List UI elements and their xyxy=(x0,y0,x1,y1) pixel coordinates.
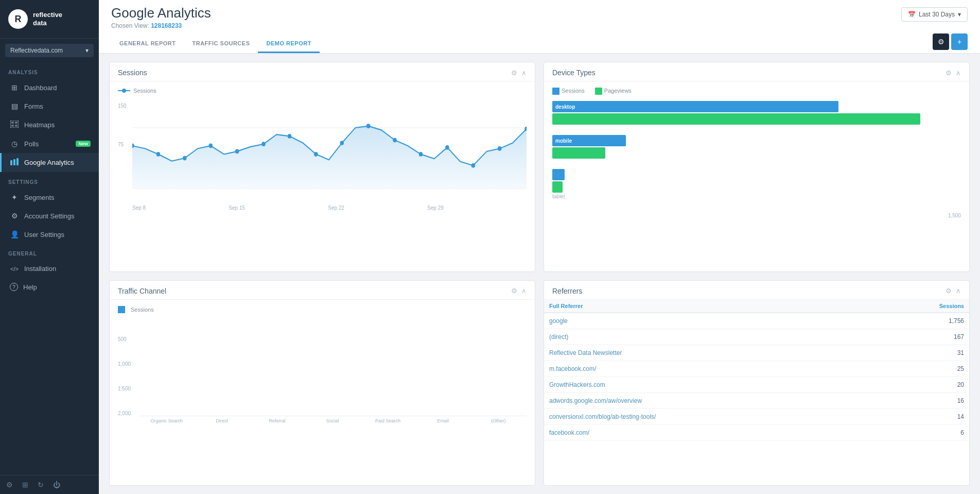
bars-area xyxy=(138,317,527,416)
device-gear-icon[interactable]: ⚙ xyxy=(946,69,952,77)
traffic-channel-widget: Traffic Channel ⚙ ∧ Sessions 2,000 1,500… xyxy=(109,280,535,486)
tablet-sessions-bar: tablet xyxy=(552,169,565,180)
analysis-section-label: Analysis xyxy=(0,62,99,78)
traffic-channel-controls: ⚙ ∧ xyxy=(511,287,527,295)
referrers-table: Full Referrer Sessions google1,756(direc… xyxy=(544,300,969,441)
device-types-body: Sessions Pageviews desktop xyxy=(544,81,969,227)
sessions-cell: 31 xyxy=(871,345,969,361)
sessions-chart: 150 75 xyxy=(118,98,527,201)
sidebar-item-installation[interactable]: </> Installation xyxy=(0,260,99,278)
table-row[interactable]: (direct)167 xyxy=(544,329,969,345)
table-row[interactable]: adwords.google.com/aw/overview16 xyxy=(544,393,969,408)
sidebar-item-google-analytics[interactable]: Google Analytics xyxy=(0,153,99,172)
sidebar-item-label: User Settings xyxy=(24,231,64,239)
sessions-cell: 6 xyxy=(871,424,969,440)
svg-rect-6 xyxy=(13,159,15,165)
table-row[interactable]: facebook.com/6 xyxy=(544,424,969,440)
google-analytics-icon xyxy=(10,158,19,167)
sidebar-item-forms[interactable]: ▤ Forms xyxy=(0,97,99,115)
tabs: General Report Traffic Sources Demo Repo… xyxy=(111,36,320,53)
svg-point-14 xyxy=(209,144,213,148)
tab-traffic-sources[interactable]: Traffic Sources xyxy=(184,36,258,53)
sessions-widget-controls: ⚙ ∧ xyxy=(511,69,527,77)
main-content: Google Analytics Chosen View: 128168233 … xyxy=(99,0,980,494)
sessions-collapse-icon[interactable]: ∧ xyxy=(521,69,527,77)
tab-general-report[interactable]: General Report xyxy=(111,36,184,53)
referrers-controls: ⚙ ∧ xyxy=(946,287,961,295)
sessions-line-svg xyxy=(132,98,527,188)
svg-rect-4 xyxy=(15,125,18,127)
segments-icon: ✦ xyxy=(10,193,19,201)
referrer-cell: facebook.com/ xyxy=(544,424,871,440)
page-title: Google Analytics xyxy=(111,5,211,21)
traffic-legend: Sessions xyxy=(118,306,527,313)
sidebar-item-label: Forms xyxy=(24,103,43,110)
polls-icon: ◷ xyxy=(10,140,19,148)
power-bottom-icon[interactable]: ⏻ xyxy=(53,481,60,489)
desktop-pageviews-bar xyxy=(552,113,920,125)
sidebar-item-segments[interactable]: ✦ Segments xyxy=(0,188,99,207)
sessions-cell: 25 xyxy=(871,361,969,377)
sidebar-item-account-settings[interactable]: ⚙ Account Settings xyxy=(0,207,99,225)
referrer-cell: m.facebook.com/ xyxy=(544,361,871,377)
grid-bottom-icon[interactable]: ⊞ xyxy=(22,481,28,489)
table-row[interactable]: google1,756 xyxy=(544,313,969,329)
sessions-x-labels: Sep 8 Sep 15 Sep 22 Sep 29 xyxy=(118,205,527,211)
settings-section-label: Settings xyxy=(0,172,99,188)
sidebar-item-label: Dashboard xyxy=(24,84,57,92)
sessions-cell: 167 xyxy=(871,329,969,345)
sidebar-item-label: Heatmaps xyxy=(24,121,55,129)
sessions-gear-icon[interactable]: ⚙ xyxy=(511,69,517,77)
sidebar-item-heatmaps[interactable]: Heatmaps xyxy=(0,115,99,134)
svg-rect-7 xyxy=(16,158,19,165)
sidebar-item-polls[interactable]: ◷ Polls New xyxy=(0,134,99,153)
device-legend: Sessions Pageviews xyxy=(552,88,961,95)
sessions-legend-line xyxy=(118,88,130,93)
table-row[interactable]: m.facebook.com/25 xyxy=(544,361,969,377)
svg-point-17 xyxy=(288,134,291,139)
referrers-widget: Referrers ⚙ ∧ Full Referrer Sessions goo… xyxy=(544,280,970,486)
date-picker-button[interactable]: 📅 Last 30 Days ▾ xyxy=(901,7,968,22)
svg-point-18 xyxy=(314,152,318,157)
referrer-cell: google xyxy=(544,313,871,329)
device-x-axis: 1,500 xyxy=(552,210,961,218)
site-selector[interactable]: Reflectivedata.com ▾ xyxy=(5,44,94,57)
table-row[interactable]: conversionxl.com/blog/ab-testing-tools/1… xyxy=(544,408,969,424)
traffic-collapse-icon[interactable]: ∧ xyxy=(521,287,527,295)
traffic-channel-title: Traffic Channel xyxy=(118,287,166,295)
dashboard-icon: ⊞ xyxy=(10,83,19,92)
add-action-button[interactable]: + xyxy=(951,33,968,50)
referrers-title: Referrers xyxy=(552,287,582,295)
chevron-down-icon: ▾ xyxy=(958,11,961,18)
svg-rect-2 xyxy=(15,122,18,124)
svg-rect-5 xyxy=(10,160,12,165)
refresh-bottom-icon[interactable]: ↻ xyxy=(38,481,44,489)
sidebar-item-label: Account Settings xyxy=(24,212,75,220)
table-row[interactable]: GrowthHackers.com20 xyxy=(544,377,969,393)
logo-text: reflective data xyxy=(33,11,62,27)
settings-action-button[interactable]: ⚙ xyxy=(933,33,949,50)
svg-point-19 xyxy=(340,141,344,145)
tab-demo-report[interactable]: Demo Report xyxy=(258,36,319,53)
referrer-cell: GrowthHackers.com xyxy=(544,377,871,393)
sidebar-item-dashboard[interactable]: ⊞ Dashboard xyxy=(0,78,99,97)
topbar-header: Google Analytics Chosen View: 128168233 … xyxy=(111,5,968,29)
sidebar-item-help[interactable]: ? Help xyxy=(0,278,99,296)
sidebar-item-label: Installation xyxy=(24,265,56,272)
logo-circle: R xyxy=(8,9,28,29)
device-collapse-icon[interactable]: ∧ xyxy=(956,69,961,77)
sessions-cell: 16 xyxy=(871,393,969,408)
referrers-collapse-icon[interactable]: ∧ xyxy=(956,287,961,295)
svg-point-25 xyxy=(498,146,501,151)
traffic-gear-icon[interactable]: ⚙ xyxy=(511,287,517,295)
referrers-gear-icon[interactable]: ⚙ xyxy=(946,287,952,295)
table-row[interactable]: Reflective Data Newsletter31 xyxy=(544,345,969,361)
svg-point-12 xyxy=(156,152,160,157)
device-types-title: Device Types xyxy=(552,69,596,77)
sidebar-item-user-settings[interactable]: 👤 User Settings xyxy=(0,225,99,244)
traffic-y-labels: 2,000 1,500 1,000 500 xyxy=(118,317,136,416)
svg-rect-1 xyxy=(11,122,14,124)
new-badge: New xyxy=(76,141,91,147)
settings-bottom-icon[interactable]: ⚙ xyxy=(6,481,13,489)
sessions-cell: 20 xyxy=(871,377,969,393)
